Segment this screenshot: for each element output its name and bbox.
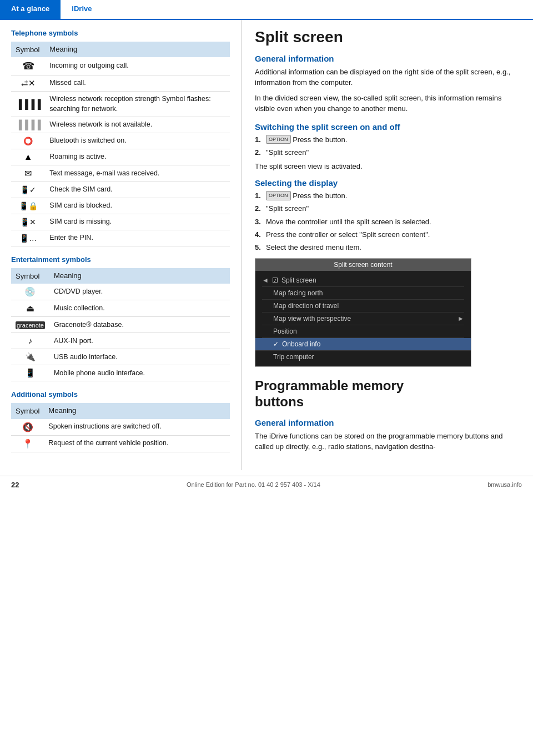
add-col-meaning: Meaning xyxy=(44,403,230,419)
table-row: 📱🔒 SIM card is blocked. xyxy=(11,198,230,214)
telephone-table: Symbol Meaning ☎ Incoming or outgoing ca… xyxy=(11,42,230,246)
table-row: 💿 CD/DVD player. xyxy=(11,284,230,300)
prog-general-heading: General information xyxy=(255,418,520,427)
additional-section-title: Additional symbols xyxy=(11,390,230,399)
table-row: 🔌 USB audio interface. xyxy=(11,349,230,365)
split-screen-header: Split screen content xyxy=(255,259,471,271)
main-content: Telephone symbols Symbol Meaning ☎ Incom… xyxy=(0,20,533,470)
header-tabs: At a glance iDrive xyxy=(0,0,533,20)
selecting-steps-list: 1. OPTION Press the button. 2. "Split sc… xyxy=(255,191,520,253)
table-row: ☎ Incoming or outgoing call. xyxy=(11,57,230,75)
telephone-col-meaning: Meaning xyxy=(45,42,230,57)
ent-col-meaning: Meaning xyxy=(49,268,230,284)
list-item: 2. "Split screen" xyxy=(255,148,520,158)
table-row: ⭕ Bluetooth is switched on. xyxy=(11,133,230,149)
table-row: 📱✓ Check the SIM card. xyxy=(11,182,230,198)
list-item: 4. Press the controller or select "Split… xyxy=(255,230,520,240)
page-number: 22 xyxy=(11,481,19,489)
additional-table: Symbol Meaning 🔇 Spoken instructions are… xyxy=(11,403,230,452)
footer-text: Online Edition for Part no. 01 40 2 957 … xyxy=(187,481,320,488)
split-item-mapdir: Map direction of travel xyxy=(262,300,464,313)
telephone-col-symbol: Symbol xyxy=(11,42,45,57)
tab-at-a-glance[interactable]: At a glance xyxy=(0,0,61,19)
split-screen-image: Split screen content ◄ ☑ Split screen Ma… xyxy=(255,258,471,367)
left-column: Telephone symbols Symbol Meaning ☎ Incom… xyxy=(0,20,242,470)
split-item-onboardinfo: ✓ Onboard info xyxy=(255,338,471,351)
table-row: 📱 Mobile phone audio interface. xyxy=(11,365,230,381)
split-screen-title: Split screen xyxy=(255,29,520,46)
table-row: ⏏ Music collection. xyxy=(11,300,230,317)
general-info-heading: General information xyxy=(255,54,520,63)
option-icon: OPTION xyxy=(266,191,291,200)
list-item: 2. "Split screen" xyxy=(255,204,520,214)
switching-steps-list: 1. OPTION Press the button. 2. "Split sc… xyxy=(255,135,520,158)
table-row: ✉ Text message, e-mail was received. xyxy=(11,165,230,182)
prog-general-text: The iDrive functions can be stored on th… xyxy=(255,431,520,452)
split-item-mapview: Map view with perspective ► xyxy=(262,313,464,325)
table-row: ▲ Roaming is active. xyxy=(11,149,230,165)
general-info-text2: In the divided screen view, the so-calle… xyxy=(255,93,520,114)
footer-site: bmwusa.info xyxy=(487,481,522,488)
list-item: 1. OPTION Press the button. xyxy=(255,191,520,201)
entertainment-section-title: Entertainment symbols xyxy=(11,255,230,264)
list-item: 1. OPTION Press the button. xyxy=(255,135,520,145)
list-item: 5. Select the desired menu item. xyxy=(255,243,520,253)
split-item-tripcomputer: Trip computer xyxy=(262,351,464,363)
switching-heading: Switching the split screen on and off xyxy=(255,122,520,132)
table-row: 🔇 Spoken instructions are switched off. xyxy=(11,419,230,436)
split-screen-body: ◄ ☑ Split screen Map facing north Map di… xyxy=(255,271,471,366)
entertainment-table: Symbol Meaning 💿 CD/DVD player. ⏏ Music … xyxy=(11,268,230,381)
table-row: 📱… Enter the PIN. xyxy=(11,230,230,246)
add-col-symbol: Symbol xyxy=(11,403,44,419)
general-info-text1: Additional information can be displayed … xyxy=(255,67,520,88)
ent-col-symbol: Symbol xyxy=(11,268,49,284)
list-item: 3. Move the controller until the split s… xyxy=(255,217,520,227)
right-column: Split screen General information Additio… xyxy=(242,20,533,470)
option-icon: OPTION xyxy=(266,135,291,144)
table-row: ▐▐▐▐ Wireless network reception strength… xyxy=(11,92,230,117)
split-item-splitscreen: ◄ ☑ Split screen xyxy=(262,274,464,287)
prog-buttons-title: Programmable memorybuttons xyxy=(255,378,520,410)
table-row: ▐▐▐▐ Wireless network is not available. xyxy=(11,117,230,133)
table-row: ⥄✕ Missed call. xyxy=(11,75,230,92)
table-row: ♪ AUX-IN port. xyxy=(11,333,230,349)
table-row: 📱✕ SIM card is missing. xyxy=(11,214,230,230)
table-row: gracenote Gracenote® database. xyxy=(11,317,230,333)
telephone-section-title: Telephone symbols xyxy=(11,29,230,37)
split-item-mapnorth: Map facing north xyxy=(262,287,464,300)
selecting-heading: Selecting the display xyxy=(255,178,520,188)
tab-idrive[interactable]: iDrive xyxy=(61,0,103,19)
table-row: 📍 Request of the current vehicle positio… xyxy=(11,435,230,452)
footer: 22 Online Edition for Part no. 01 40 2 9… xyxy=(0,476,533,493)
activated-text: The split screen view is activated. xyxy=(255,162,520,170)
split-item-position: Position xyxy=(262,325,464,338)
